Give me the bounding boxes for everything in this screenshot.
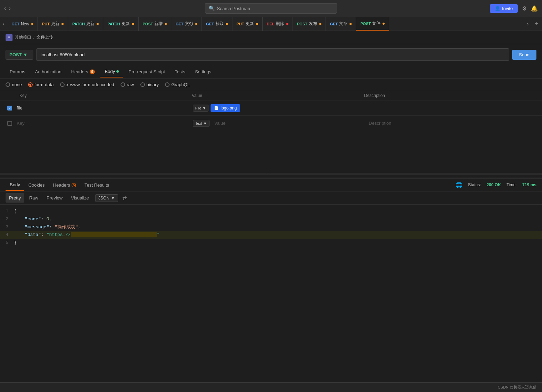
tab-tests[interactable]: Tests (171, 66, 189, 77)
row1-key: file (17, 105, 23, 111)
row2-checkbox[interactable] (7, 121, 12, 126)
radio-graphql[interactable]: GraphQL (165, 82, 190, 87)
response-tab-headers[interactable]: Headers (5) (49, 180, 81, 190)
tab-next-button[interactable]: › (524, 17, 531, 31)
radio-urlencoded-label: x-www-form-urlencoded (66, 82, 114, 87)
format-tab-visualize[interactable]: Visualize (67, 193, 92, 203)
radio-raw[interactable]: raw (121, 82, 134, 87)
radio-none[interactable]: none (6, 82, 22, 87)
tab-pre-request-script[interactable]: Pre-request Script (124, 66, 169, 77)
raw-label: Raw (29, 195, 38, 201)
tab-label: 更新 (86, 21, 95, 27)
response-headers-badge: (5) (72, 183, 76, 187)
key-column-header: Key (19, 93, 192, 98)
bell-icon[interactable]: 🔔 (531, 5, 538, 12)
row1-type-selector[interactable]: File ▼ (193, 105, 209, 112)
send-button[interactable]: Send (512, 50, 536, 60)
format-tab-preview[interactable]: Preview (43, 193, 66, 203)
breadcrumb: ≡ 其他接口 / 文件上传 (0, 31, 542, 44)
tab-dirty-dot (350, 23, 352, 25)
tab-add-button[interactable]: + (531, 17, 542, 31)
tab-get-article[interactable]: GET 文章 (326, 17, 356, 31)
radio-form-data-label: form-data (34, 82, 54, 87)
tab-dirty-dot (97, 23, 99, 25)
tab-params[interactable]: Params (6, 66, 30, 77)
search-bar[interactable]: 🔍 Search Postman (205, 3, 337, 14)
radio-urlencoded[interactable]: x-www-form-urlencoded (60, 82, 114, 87)
format-tab-pretty[interactable]: Pretty (6, 193, 24, 203)
response-tab-cookies[interactable]: Cookies (24, 180, 49, 190)
footer-bar: CSDN @机器人迈克猫 (0, 382, 542, 392)
row2-key-placeholder: Key (17, 121, 24, 126)
tab-get-new[interactable]: GET New (7, 17, 38, 31)
panel-divider[interactable]: · · · (0, 173, 542, 175)
tests-label: Tests (175, 69, 185, 74)
radio-form-data[interactable]: form-data (28, 82, 54, 87)
tab-prev-button[interactable]: ‹ (0, 17, 7, 31)
row2-type-selector[interactable]: Text ▼ (193, 120, 210, 127)
tab-authorization[interactable]: Authorization (31, 66, 66, 77)
gear-icon[interactable]: ⚙ (522, 5, 527, 12)
tab-patch-update1[interactable]: PATCH 更新 (68, 17, 103, 31)
time-value: 719 ms (522, 182, 536, 187)
collection-icon: ≡ (8, 35, 10, 39)
tab-method: GET (206, 22, 214, 26)
tab-method: GET (175, 22, 183, 26)
format-tab-raw[interactable]: Raw (26, 193, 42, 203)
breadcrumb-parent[interactable]: 其他接口 (15, 34, 31, 40)
headers-label: Headers (71, 69, 88, 74)
response-tabs-bar: Body Cookies Headers (5) Test Results 🌐 … (0, 178, 542, 191)
row2-key-cell[interactable]: Key (14, 121, 190, 126)
status-code: 200 OK (486, 182, 501, 187)
tabs-bar: ‹ GET New PUT 更新 PATCH 更新 PATCH 更新 POST (0, 17, 542, 31)
tab-post-publish[interactable]: POST 发布 (293, 17, 326, 31)
tab-patch-update2[interactable]: PATCH 更新 (103, 17, 138, 31)
tab-settings[interactable]: Settings (191, 66, 215, 77)
tab-post-add[interactable]: POST 新增 (139, 17, 172, 31)
tab-label: 删除 (276, 21, 284, 27)
code-content: "data": "https:// " (14, 231, 159, 239)
tab-get-doc1[interactable]: GET 文彰 (171, 17, 202, 31)
back-arrow-icon[interactable]: ‹ (4, 5, 6, 11)
tab-label: 文彰 (185, 21, 193, 27)
row1-filename: logo.png (221, 106, 237, 111)
radio-binary[interactable]: binary (140, 82, 159, 87)
json-format-selector[interactable]: JSON ▼ (95, 194, 118, 202)
tab-label: 文件 (372, 21, 380, 26)
line-number: 5 (0, 239, 14, 247)
tab-del-delete[interactable]: DEL 删除 (263, 17, 293, 31)
radio-binary-circle (140, 82, 145, 87)
forward-arrow-icon[interactable]: › (9, 5, 10, 11)
response-tab-body[interactable]: Body (6, 179, 24, 191)
response-status-area: 🌐 Status: 200 OK Time: 719 ms (455, 182, 536, 188)
method-selector[interactable]: POST ▼ (6, 50, 33, 60)
tab-method: PUT (237, 22, 244, 26)
breadcrumb-icon: ≡ (6, 34, 13, 41)
row1-file-value-button[interactable]: 📄 logo.png (211, 104, 240, 112)
row2-value-cell: Text ▼ Value (190, 120, 366, 127)
json-format-value: JSON (98, 196, 109, 201)
tab-headers[interactable]: Headers 9 (67, 66, 99, 77)
search-placeholder: Search Postman (217, 6, 250, 11)
response-tab-test-results[interactable]: Test Results (80, 180, 113, 190)
tab-body[interactable]: Body (100, 66, 123, 77)
row2-description-placeholder[interactable]: Description (366, 121, 542, 126)
wrap-lines-icon[interactable]: ⇄ (122, 195, 127, 201)
tab-put-update1[interactable]: PUT 更新 (38, 17, 68, 31)
tab-label: 更新 (246, 21, 254, 27)
pretty-label: Pretty (9, 195, 21, 201)
row1-checkbox[interactable] (7, 106, 12, 111)
breadcrumb-current: 文件上传 (36, 34, 53, 40)
sub-tabs: Params Authorization Headers 9 Body Pre-… (0, 65, 542, 79)
divider-handle: · · · (266, 172, 276, 176)
tab-label: 新增 (154, 21, 163, 27)
body-spacer (0, 131, 542, 173)
row2-value-placeholder[interactable]: Value (214, 121, 225, 126)
tab-get-fetch[interactable]: GET 获取 (202, 17, 232, 31)
code-line-3: 3 "message": "操作成功", (0, 223, 542, 231)
preview-label: Preview (47, 195, 63, 201)
url-input[interactable] (36, 48, 509, 61)
invite-button[interactable]: 👤 Invite (490, 4, 518, 13)
tab-put-update2[interactable]: PUT 更新 (232, 17, 263, 31)
tab-post-file[interactable]: POST 文件 (356, 17, 389, 31)
